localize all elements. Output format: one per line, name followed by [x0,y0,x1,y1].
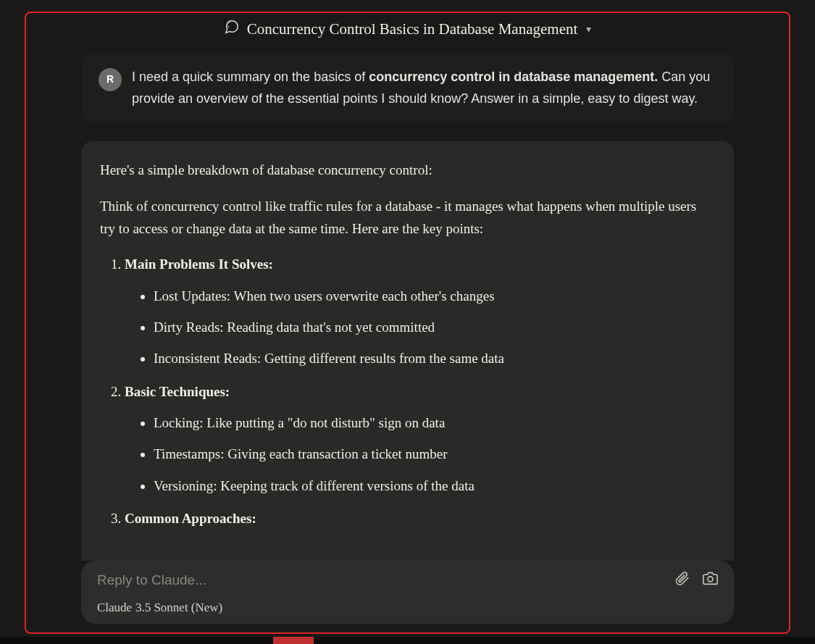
model-name: 3.5 Sonnet (New) [135,601,222,614]
list-item: Dirty Reads: Reading data that's not yet… [154,316,715,338]
section-title: Common Approaches: [125,511,256,526]
composer-icons [674,571,718,589]
section-items: Locking: Like putting a "do not disturb"… [125,411,715,497]
conversation-area: R I need a quick summary on the basics o… [26,46,789,561]
list-item: Timestamps: Giving each transaction a ti… [154,443,715,465]
taskbar[interactable] [0,637,815,644]
user-text-bold: concurrency control in database manageme… [369,70,658,84]
composer: Claude 3.5 Sonnet (New) [81,561,734,624]
list-item: Lost Updates: When two users overwrite e… [154,285,715,307]
assistant-intro-1: Here's a simple breakdown of database co… [100,159,715,181]
section-title: Basic Techniques: [125,384,230,399]
camera-icon[interactable] [703,571,718,589]
section-items: Lost Updates: When two users overwrite e… [125,285,715,370]
assistant-section: Common Approaches: [125,507,715,530]
assistant-message: Here's a simple breakdown of database co… [81,141,734,561]
svg-point-0 [708,577,713,582]
composer-input-row [97,571,718,589]
chat-icon [224,19,240,39]
list-item: Versioning: Keeping track of different v… [154,474,715,497]
attachment-icon[interactable] [674,571,690,589]
title-bar[interactable]: Concurrency Control Basics in Database M… [26,13,789,46]
avatar-initial: R [106,71,114,88]
user-text-prefix: I need a quick summary on the basics of [132,70,369,84]
chevron-down-icon[interactable]: ▾ [586,23,591,35]
model-label: Claude [97,601,132,614]
assistant-section: Main Problems It Solves: Lost Updates: W… [125,253,715,369]
assistant-section: Basic Techniques: Locking: Like putting … [125,380,715,497]
reply-input[interactable] [97,572,674,588]
conversation-title: Concurrency Control Basics in Database M… [247,20,578,38]
user-avatar: R [99,68,122,91]
section-title: Main Problems It Solves: [125,256,273,272]
list-item: Locking: Like putting a "do not disturb"… [154,411,715,434]
assistant-sections: Main Problems It Solves: Lost Updates: W… [100,253,715,530]
list-item: Inconsistent Reads: Getting different re… [154,347,715,369]
model-selector[interactable]: Claude 3.5 Sonnet (New) [97,601,718,615]
user-message-text: I need a quick summary on the basics of … [132,67,716,109]
assistant-intro-2: Think of concurrency control like traffi… [100,195,715,241]
user-message: R I need a quick summary on the basics o… [81,54,734,122]
app-frame: Concurrency Control Basics in Database M… [25,12,790,634]
